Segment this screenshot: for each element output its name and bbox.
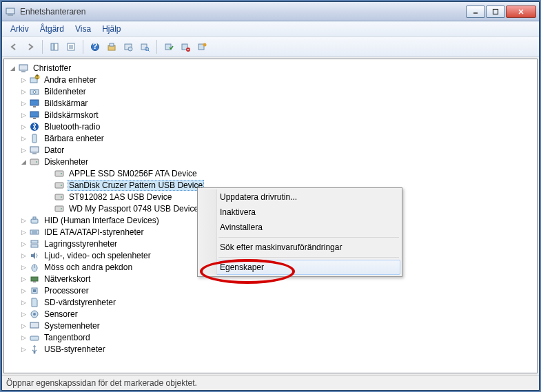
tree-label: Bildskärmskort	[43, 110, 100, 120]
help-button[interactable]: ?	[88, 39, 103, 54]
tree-category-dator[interactable]: ▷ Dator	[6, 144, 535, 156]
toolbar-separator	[42, 40, 43, 54]
svg-rect-53	[33, 217, 36, 219]
context-menu-gutter	[199, 189, 217, 275]
tree-category-diskenheter[interactable]: ◢ Diskenheter	[6, 156, 535, 167]
ctx-scan-hardware[interactable]: Sök efter maskinvaruförändringar	[199, 240, 400, 255]
toolbar: ?	[2, 37, 539, 57]
uninstall-button[interactable]	[194, 39, 210, 54]
svg-point-51	[61, 208, 62, 209]
mouse-icon	[29, 262, 40, 273]
tree-label: IDE ATA/ATAPI-styrenheter	[43, 227, 145, 237]
context-separator	[218, 237, 399, 238]
tree-label: Nätverkskort	[43, 274, 92, 284]
menu-visa[interactable]: Visa	[70, 23, 96, 35]
menu-atgard[interactable]: Åtgärd	[34, 23, 70, 35]
tree-category-barbara[interactable]: ▷ Bärbara enheter	[6, 132, 535, 144]
minimize-button[interactable]	[466, 6, 485, 18]
properties-button[interactable]	[63, 39, 79, 54]
expand-icon[interactable]: ▷	[19, 87, 28, 96]
forward-button[interactable]	[23, 39, 38, 54]
ctx-disable[interactable]: Inaktivera	[199, 205, 400, 220]
tree-label: Bluetooth-radio	[43, 122, 101, 132]
expand-icon[interactable]: ▷	[19, 275, 28, 283]
svg-rect-34	[30, 100, 39, 105]
ctx-update-driver[interactable]: Uppdatera drivrutin...	[199, 189, 400, 205]
svg-rect-36	[30, 112, 39, 117]
tree-category-usb[interactable]: ▷ USB-styrenheter	[6, 343, 535, 355]
svg-point-43	[36, 161, 37, 163]
tree-label: HID (Human Interface Devices)	[43, 216, 161, 225]
svg-rect-57	[31, 240, 38, 243]
expand-icon[interactable]: ▷	[19, 134, 28, 143]
tree-label: Ljud-, video- och spelenheter	[43, 251, 152, 260]
tree-label: WD My Passport 0748 USB Device	[68, 204, 200, 214]
tree-category-tangentbord[interactable]: ▷ Tangentbord	[6, 331, 535, 343]
svg-point-71	[34, 351, 36, 353]
tree-category-skarmar[interactable]: ▷ Bildskärmar	[6, 97, 535, 109]
svg-rect-6	[51, 43, 54, 50]
tree-category-processorer[interactable]: ▷ Processorer	[6, 285, 535, 296]
expand-icon[interactable]: ▷	[19, 251, 28, 260]
tree-device[interactable]: ▷ APPLE SSD SM0256F ATA Device	[6, 167, 535, 179]
disable-button[interactable]	[178, 39, 193, 54]
show-hide-tree-button[interactable]	[47, 39, 62, 54]
camera-icon	[29, 86, 40, 97]
audio-icon	[29, 250, 40, 261]
tree-label: USB-styrenheter	[43, 344, 107, 354]
expand-icon[interactable]: ▷	[19, 287, 28, 295]
action2-button[interactable]	[121, 39, 136, 54]
titlebar[interactable]: Enhetshanteraren	[2, 2, 539, 21]
svg-point-66	[33, 313, 36, 316]
back-button[interactable]	[6, 39, 21, 54]
expand-icon[interactable]: ▷	[19, 333, 28, 342]
tree-label: Lagringsstyrenheter	[43, 239, 119, 249]
svg-rect-41	[32, 153, 37, 154]
close-button[interactable]	[506, 6, 536, 18]
scan-button[interactable]	[137, 39, 152, 54]
collapse-icon[interactable]: ◢	[8, 64, 17, 72]
svg-rect-15	[110, 43, 114, 46]
enable-button[interactable]	[161, 39, 176, 54]
disk-icon	[29, 156, 40, 167]
tree-category-andra[interactable]: ▷ ! Andra enheter	[6, 74, 535, 85]
expand-icon[interactable]: ▷	[19, 322, 28, 330]
tree-category-skarmskort[interactable]: ▷ Bildskärmskort	[6, 109, 535, 121]
expand-icon[interactable]: ▷	[19, 111, 28, 119]
svg-rect-64	[33, 289, 36, 292]
tree-category-sensorer[interactable]: ▷ Sensorer	[6, 308, 535, 320]
tree-category-sd[interactable]: ▷ SD-värdstyrenheter	[6, 296, 535, 308]
expand-icon[interactable]: ▷	[19, 216, 28, 225]
expand-icon[interactable]: ▷	[19, 345, 28, 353]
tree-category-bild[interactable]: ▷ Bildenheter	[6, 85, 535, 97]
svg-rect-35	[33, 106, 36, 107]
ctx-properties[interactable]: Egenskaper	[199, 260, 400, 275]
expand-icon[interactable]: ▷	[19, 76, 28, 84]
context-menu: Uppdatera drivrutin... Inaktivera Avinst…	[197, 187, 402, 277]
tree-label: Systemenheter	[43, 321, 101, 331]
tree-label: Bildenheter	[43, 87, 88, 96]
expand-icon[interactable]: ▷	[19, 240, 28, 248]
expand-icon[interactable]: ▷	[19, 298, 28, 307]
expand-icon[interactable]: ▷	[19, 263, 28, 271]
expand-icon[interactable]: ▷	[19, 228, 28, 236]
tree-root[interactable]: ◢ Christoffer	[6, 62, 535, 74]
expand-icon[interactable]: ▷	[19, 123, 28, 131]
expand-icon[interactable]: ▷	[19, 310, 28, 318]
collapse-icon[interactable]: ◢	[19, 158, 28, 166]
expand-icon[interactable]: ▷	[19, 146, 28, 154]
tree-label: Dator	[43, 145, 65, 155]
expand-icon[interactable]: ▷	[19, 99, 28, 107]
device-tree-panel[interactable]: ◢ Christoffer ▷ ! Andra enheter ▷ Bilden…	[3, 59, 538, 373]
action1-button[interactable]	[104, 39, 119, 54]
tree-category-bluetooth[interactable]: ▷ Bluetooth-radio	[6, 121, 535, 132]
tree-category-system[interactable]: ▷ Systemenheter	[6, 320, 535, 331]
tree-label: Diskenheter	[43, 157, 90, 167]
status-text: Öppnar egenskapssidan för det markerade …	[6, 378, 197, 388]
maximize-button[interactable]	[486, 6, 505, 18]
menu-arkiv[interactable]: Arkiv	[5, 23, 34, 35]
ctx-uninstall[interactable]: Avinstallera	[199, 220, 400, 235]
sensor-icon	[29, 309, 40, 320]
svg-rect-27	[19, 65, 28, 70]
menu-hjalp[interactable]: Hjälp	[96, 23, 126, 35]
